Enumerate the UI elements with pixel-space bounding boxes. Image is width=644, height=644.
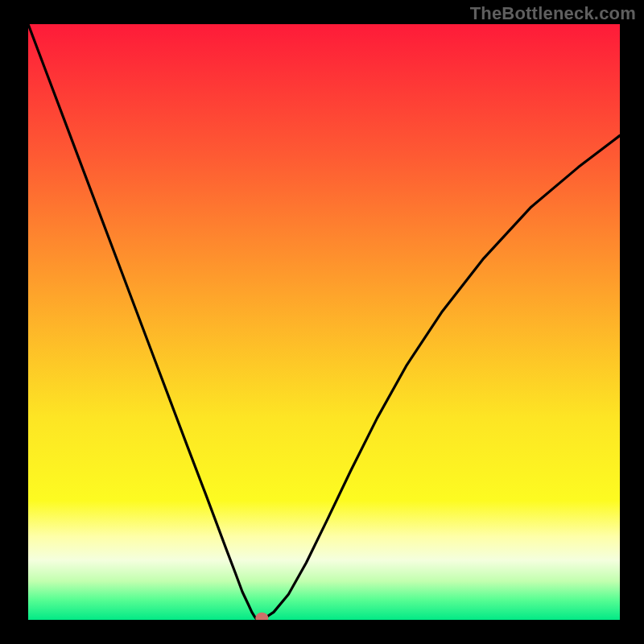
chart-stage: TheBottleneck.com bbox=[0, 0, 644, 644]
gradient-background bbox=[28, 24, 620, 620]
plot-area bbox=[28, 24, 620, 620]
plot-svg bbox=[28, 24, 620, 620]
watermark-label: TheBottleneck.com bbox=[470, 3, 636, 24]
